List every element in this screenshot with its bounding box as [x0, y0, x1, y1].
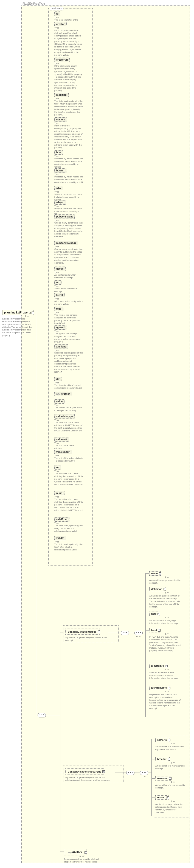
- sequence-marker: [140, 771, 148, 775]
- attribute-valuedatatype: valuedatatypeTypeThe datatype of the val…: [54, 414, 84, 432]
- attribute-name: pubconstrainturi: [54, 241, 78, 245]
- relgroup-desc: A group of properties required to indica…: [65, 776, 116, 782]
- attribute-type: Type: [54, 311, 84, 314]
- attribute-name: custom: [54, 117, 67, 122]
- attribute-uri: uriTypeA URI which identifies a concept.: [54, 280, 84, 293]
- child-desc: A related concept, where the relationshi…: [155, 803, 186, 814]
- attribute-name: value: [54, 399, 64, 404]
- attribute-desc: The date (and, optionally, the time) whe…: [54, 100, 83, 116]
- expand-icon[interactable]: +: [168, 739, 170, 741]
- child-narrower: narrower+: [155, 776, 171, 780]
- attribute-desc: If the property value is not defined, sp…: [54, 29, 83, 57]
- child-related: related+: [155, 795, 168, 800]
- attribute-pubconstrainturi: pubconstrainturiTypeOne or many constrai…: [54, 241, 84, 265]
- attribute-type: Type: [54, 404, 84, 406]
- attribute-type: Type: [54, 97, 84, 100]
- sequence-marker: [135, 631, 143, 635]
- attribute-whyuri: whyuriTypeWhy the metadata has been incl…: [54, 200, 84, 216]
- any-other-element: any ##other +: [64, 849, 86, 856]
- attribute-type: Type: [54, 219, 84, 222]
- attribute-type: Type: [54, 522, 84, 524]
- attribute-desc: The type of the concept assigned as cont…: [54, 314, 83, 325]
- attribute-value: valueTypeThe related value (see more in …: [54, 399, 84, 412]
- attribute-desc: The unit of the value attribute - expres…: [54, 457, 83, 462]
- attribute-desc: Indicates by which means the value was e…: [54, 157, 83, 168]
- root-cardinality: 0..∞: [25, 315, 29, 317]
- attribute-name: id: [54, 11, 60, 16]
- child-desc: Represents the position of a concept in …: [149, 693, 182, 710]
- expand-icon[interactable]: +: [84, 851, 87, 854]
- attribute-desc: The identifier of a concept defining the…: [54, 472, 83, 486]
- expand-icon[interactable]: +: [165, 665, 168, 667]
- attribute-type: Type: [54, 62, 84, 65]
- expand-icon[interactable]: +: [158, 613, 160, 615]
- attribute-type: Type: [54, 442, 84, 444]
- expand-icon[interactable]: -: [32, 312, 34, 314]
- expand-icon[interactable]: -: [102, 770, 105, 773]
- attribute-desc: The unit of the value attribute.: [54, 444, 83, 450]
- attribute-name: reluri: [54, 491, 64, 495]
- child-sameAs: sameAs+: [155, 738, 170, 742]
- concept-definition-group: ConceptDefinitionGroup -: [65, 628, 100, 634]
- attribute-desc: The type of the concept assigned as cont…: [54, 332, 83, 343]
- attribute-type: Type: [54, 122, 84, 125]
- attribute-desc: The related value (see more in the spec …: [54, 406, 83, 412]
- attribute-name: valueunituri: [54, 450, 72, 454]
- attribute-name: xml:lang: [54, 344, 68, 349]
- attribute-pubconstraint: pubconstraintTypeOne or many constraints…: [54, 214, 84, 238]
- attribute-xmllang: xml:langTypeSpecifies the language of th…: [54, 344, 84, 374]
- expand-icon[interactable]: +: [158, 629, 161, 631]
- attribute-name: rel: [54, 465, 61, 469]
- attribute-rel: relTypeThe identifier of a concept defin…: [54, 465, 84, 486]
- attribute-name: creatoruri: [54, 58, 70, 62]
- attribute-modified: modifiedTypeThe date (and, optionally, t…: [54, 93, 84, 116]
- attribute-name: validto: [54, 536, 66, 540]
- attribute-desc: The datatype of the value attribute – it…: [54, 421, 83, 432]
- attribute-type: Type: [54, 245, 84, 248]
- attribute-name: type: [54, 307, 63, 311]
- child-desc: An identifier of a more specific concept…: [155, 784, 186, 789]
- attribute-name: modified: [54, 93, 68, 97]
- expand-icon[interactable]: -: [98, 630, 100, 633]
- attribute-type: Type: [54, 155, 84, 157]
- expand-icon[interactable]: +: [164, 588, 166, 590]
- attribute-type: Type: [54, 191, 84, 193]
- child-facet: facet+: [149, 628, 160, 632]
- attribute-name: typeuri: [54, 325, 66, 330]
- expand-icon[interactable]: +: [167, 797, 169, 799]
- root-element: planningExtProperty -: [2, 310, 33, 315]
- attribute-name: any ##other: [54, 392, 72, 396]
- attribute-desc: A free-text value assigned as property v…: [54, 300, 83, 306]
- child-name: name+: [149, 571, 161, 576]
- child-desc: A link to an item or a web resource whic…: [149, 671, 182, 680]
- attribute-how: howTypeIndicates by which means the valu…: [54, 150, 84, 168]
- sequence-marker: [121, 631, 129, 635]
- child-hierarchyInfo: hierarchyInfo+: [149, 686, 170, 690]
- attribute-type: Type: [54, 496, 84, 498]
- attribute-name: validfrom: [54, 517, 70, 522]
- expand-icon[interactable]: +: [168, 758, 170, 761]
- attribute-reluri: reluriTypeThe identifier of a concept de…: [54, 491, 84, 512]
- attribute-why: whyTypeWhy the metadata has been include…: [54, 186, 84, 201]
- child-definition: definition+: [149, 587, 165, 591]
- attribute-desc: Specifies the language of this property …: [54, 351, 83, 374]
- expand-icon[interactable]: +: [169, 777, 171, 780]
- attribute-type: Type: [54, 298, 84, 300]
- attribute-desc: A URI which identifies a concept.: [54, 287, 83, 293]
- attribute-desc: If set to true the corresponding propert…: [54, 125, 83, 149]
- attribute-desc: One or many constraints that apply to pu…: [54, 248, 83, 265]
- expand-icon[interactable]: +: [168, 687, 170, 689]
- attribute-name: creator: [54, 22, 67, 26]
- attribute-type: Type: [54, 455, 84, 457]
- attribute-desc: If the attribute is empty, specifies whi…: [54, 65, 83, 92]
- attribute-name: how: [54, 150, 63, 155]
- attribute-type: Type: [54, 16, 84, 19]
- child-desc: Additional natural language information …: [149, 619, 182, 625]
- sequence-marker-main: [37, 713, 46, 717]
- attribute-desc: One or many constraints that apply to pu…: [54, 222, 83, 238]
- attribute-desc: Indicates by which means the value was e…: [54, 176, 83, 184]
- expand-icon[interactable]: +: [159, 572, 161, 575]
- attribute-name: valueunit: [54, 437, 69, 441]
- attribute-type: Type: [54, 173, 84, 176]
- child-desc: In NAR 1.8 and later, 'facet' is depreca…: [149, 636, 182, 652]
